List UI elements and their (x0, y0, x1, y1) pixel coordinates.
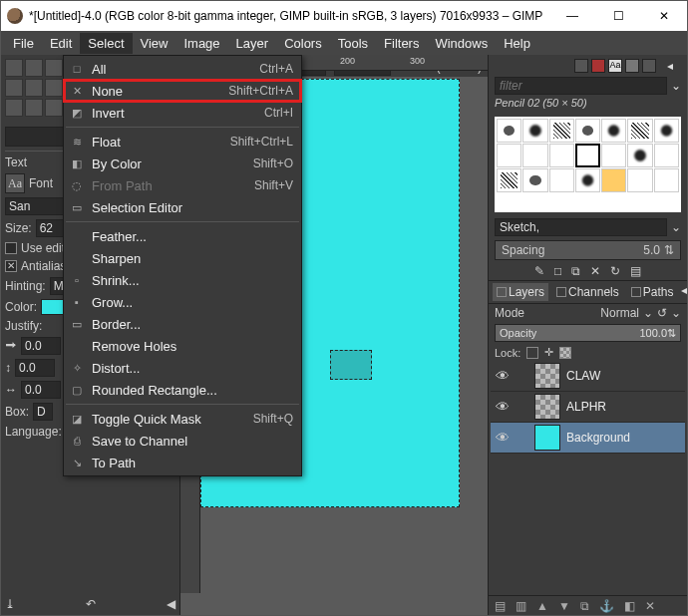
box-select[interactable] (33, 403, 53, 421)
indent2-input[interactable] (15, 359, 55, 377)
brush-cell[interactable] (549, 144, 574, 167)
tool-bucket[interactable] (45, 79, 63, 97)
dock-tab-more-icon[interactable] (642, 59, 656, 73)
menu-item-float[interactable]: ≋FloatShift+Ctrl+L (64, 131, 301, 153)
reset-icon[interactable]: ⤓ (5, 597, 15, 611)
menu-item-invert[interactable]: ◩InvertCtrl+I (64, 102, 301, 124)
delete-icon[interactable]: ◀ (167, 597, 175, 611)
floating-selection[interactable] (330, 350, 372, 380)
brush-cell[interactable] (549, 168, 574, 192)
brush-cell[interactable] (627, 144, 652, 167)
menu-item-feather[interactable]: Feather... (64, 225, 301, 247)
lower-layer-icon[interactable]: ▼ (558, 599, 570, 613)
menu-item-save-to-channel[interactable]: ⎙Save to Channel (64, 430, 301, 452)
dock-menu-icon[interactable]: ◂ (667, 59, 681, 73)
brush-cell[interactable] (497, 119, 521, 143)
dock-menu-icon[interactable]: ◂ (681, 283, 687, 301)
menu-item-remove-holes[interactable]: Remove Holes (64, 335, 301, 357)
new-layer-icon[interactable]: ▤ (495, 599, 506, 613)
menu-item-sharpen[interactable]: Sharpen (64, 247, 301, 269)
brush-cell-selected[interactable] (575, 144, 600, 167)
menu-view[interactable]: View (133, 33, 176, 54)
visibility-toggle-icon[interactable]: 👁 (495, 368, 511, 384)
dock-tab-history-icon[interactable] (625, 59, 639, 73)
tab-paths[interactable]: Paths (627, 283, 678, 301)
brush-cell[interactable] (549, 119, 574, 143)
mode-chevron-icon[interactable]: ⌄ (643, 306, 653, 320)
layer-row[interactable]: 👁 CLAW (491, 361, 685, 392)
lock-position-icon[interactable]: ✛ (544, 346, 553, 359)
brush-cell[interactable] (497, 144, 521, 167)
tab-channels[interactable]: Channels (552, 283, 623, 301)
dock-tab-fonts-icon[interactable]: Aa (608, 59, 622, 73)
opacity-slider[interactable]: Opacity 100.0 ⇅ (495, 324, 681, 342)
brush-cell[interactable] (601, 144, 626, 167)
brush-cell[interactable] (601, 119, 626, 143)
menu-item-to-path[interactable]: ↘To Path (64, 452, 301, 473)
menu-layer[interactable]: Layer (228, 33, 277, 54)
duplicate-layer-icon[interactable]: ⧉ (580, 599, 589, 613)
tool-paint[interactable] (5, 99, 23, 117)
mode-select[interactable]: Normal (600, 306, 639, 320)
merge-down-icon[interactable]: ⚓ (599, 599, 614, 613)
menu-item-border[interactable]: ▭Border... (64, 313, 301, 335)
tool-path[interactable] (45, 99, 63, 117)
layer-name[interactable]: CLAW (566, 369, 600, 383)
filter-chevron-icon[interactable]: ⌄ (671, 79, 681, 93)
menu-help[interactable]: Help (496, 33, 538, 54)
layer-row[interactable]: 👁 Background (491, 423, 685, 454)
brush-open-icon[interactable]: ▤ (630, 264, 641, 278)
brush-cell[interactable] (575, 119, 600, 143)
delete-layer-icon[interactable]: ✕ (645, 599, 655, 613)
brush-cell[interactable] (627, 119, 652, 143)
mode-switch-icon[interactable]: ↺ (657, 306, 667, 320)
dock-tab-brushes-icon[interactable] (574, 59, 588, 73)
tool-text[interactable] (25, 99, 43, 117)
restore-icon[interactable]: ↶ (86, 597, 96, 611)
brush-cell[interactable] (575, 168, 600, 192)
font-family-input[interactable] (5, 197, 65, 215)
menu-item-none[interactable]: ✕NoneShift+Ctrl+A (64, 80, 301, 102)
layer-row[interactable]: 👁 ALPHR (491, 392, 685, 423)
antialias-checkbox[interactable]: ✕ (5, 260, 17, 272)
menu-item-toggle-quick-mask[interactable]: ◪Toggle Quick MaskShift+Q (64, 408, 301, 430)
use-editor-checkbox[interactable] (5, 242, 17, 254)
brush-cell[interactable] (522, 119, 547, 143)
menu-windows[interactable]: Windows (427, 33, 496, 54)
brush-cell[interactable] (627, 168, 652, 192)
menu-select[interactable]: Select (80, 33, 132, 54)
tool-transform[interactable] (25, 79, 43, 97)
close-button[interactable]: ✕ (641, 1, 687, 31)
brush-preset-select[interactable] (495, 218, 667, 236)
tool-crop[interactable] (5, 79, 23, 97)
indent1-input[interactable] (21, 337, 61, 355)
brush-new-icon[interactable]: □ (554, 264, 561, 278)
mode-picker-icon[interactable]: ⌄ (671, 306, 681, 320)
brush-dup-icon[interactable]: ⧉ (571, 264, 580, 278)
menu-item-by-color[interactable]: ◧By ColorShift+O (64, 153, 301, 174)
menu-filters[interactable]: Filters (376, 33, 427, 54)
menu-edit[interactable]: Edit (42, 33, 80, 54)
menu-item-selection-editor[interactable]: ▭Selection Editor (64, 196, 301, 218)
visibility-toggle-icon[interactable]: 👁 (495, 399, 511, 415)
brush-cell[interactable] (654, 119, 679, 143)
lock-alpha-icon[interactable] (559, 347, 571, 359)
brush-filter-input[interactable] (495, 77, 667, 95)
mask-icon[interactable]: ◧ (624, 599, 635, 613)
brush-cell[interactable] (497, 168, 521, 192)
layer-group-icon[interactable]: ▥ (516, 599, 526, 613)
menu-file[interactable]: File (5, 33, 42, 54)
tool-rect-select[interactable] (25, 59, 43, 77)
menu-item-grow[interactable]: ▪Grow... (64, 291, 301, 313)
brush-cell[interactable] (601, 168, 626, 192)
menu-item-shrink[interactable]: ▫Shrink... (64, 269, 301, 291)
layer-name[interactable]: ALPHR (566, 400, 606, 414)
tab-layers[interactable]: Layers (493, 283, 548, 301)
tool-move[interactable] (5, 59, 23, 77)
brush-cell[interactable] (522, 144, 547, 167)
menu-item-all[interactable]: □AllCtrl+A (64, 58, 301, 80)
visibility-toggle-icon[interactable]: 👁 (495, 430, 511, 446)
tool-free-select[interactable] (45, 59, 63, 77)
menu-item-distort[interactable]: ✧Distort... (64, 357, 301, 379)
spacing-spinner-icon[interactable]: ⇅ (664, 243, 674, 257)
